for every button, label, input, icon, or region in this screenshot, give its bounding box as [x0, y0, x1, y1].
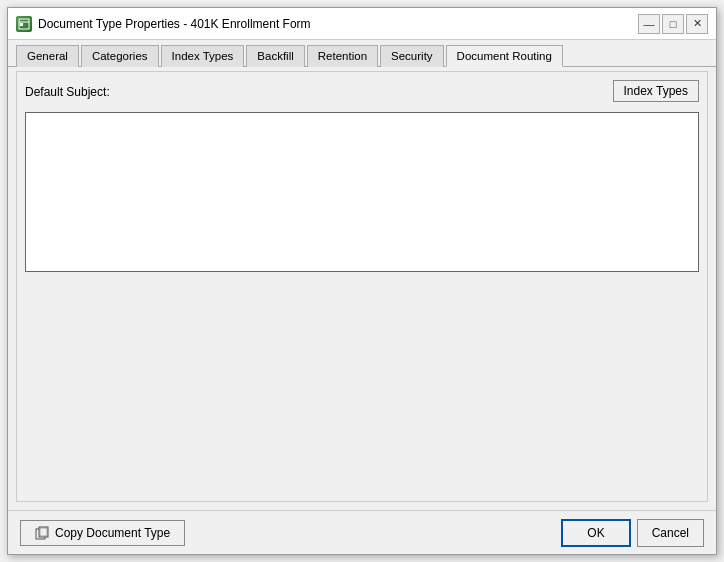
- window-icon: [16, 16, 32, 32]
- tab-document-routing[interactable]: Document Routing: [446, 45, 563, 67]
- tab-index-types[interactable]: Index Types: [161, 45, 245, 67]
- maximize-button[interactable]: □: [662, 14, 684, 34]
- window-title: Document Type Properties - 401K Enrollme…: [38, 17, 638, 31]
- copy-document-type-button[interactable]: Copy Document Type: [20, 520, 185, 546]
- dialog-buttons: OK Cancel: [561, 519, 704, 547]
- subject-row: Default Subject: Index Types: [25, 80, 699, 102]
- svg-rect-2: [20, 23, 23, 26]
- window-controls: — □ ✕: [638, 14, 708, 34]
- tab-categories[interactable]: Categories: [81, 45, 159, 67]
- copy-icon: [35, 526, 49, 540]
- copy-button-label: Copy Document Type: [55, 526, 170, 540]
- tab-backfill[interactable]: Backfill: [246, 45, 304, 67]
- close-button[interactable]: ✕: [686, 14, 708, 34]
- content-panel: Default Subject: Index Types: [16, 71, 708, 502]
- cancel-button[interactable]: Cancel: [637, 519, 704, 547]
- default-subject-input[interactable]: [26, 113, 698, 271]
- tab-general[interactable]: General: [16, 45, 79, 67]
- title-bar: Document Type Properties - 401K Enrollme…: [8, 8, 716, 40]
- default-subject-label: Default Subject:: [25, 83, 110, 99]
- tab-security[interactable]: Security: [380, 45, 444, 67]
- tab-bar: General Categories Index Types Backfill …: [8, 40, 716, 67]
- ok-button[interactable]: OK: [561, 519, 630, 547]
- main-window: Document Type Properties - 401K Enrollme…: [7, 7, 717, 555]
- bottom-bar: Copy Document Type OK Cancel: [8, 510, 716, 554]
- default-subject-textbox[interactable]: [25, 112, 699, 272]
- minimize-button[interactable]: —: [638, 14, 660, 34]
- svg-rect-4: [39, 527, 48, 537]
- tab-retention[interactable]: Retention: [307, 45, 378, 67]
- index-types-button[interactable]: Index Types: [613, 80, 700, 102]
